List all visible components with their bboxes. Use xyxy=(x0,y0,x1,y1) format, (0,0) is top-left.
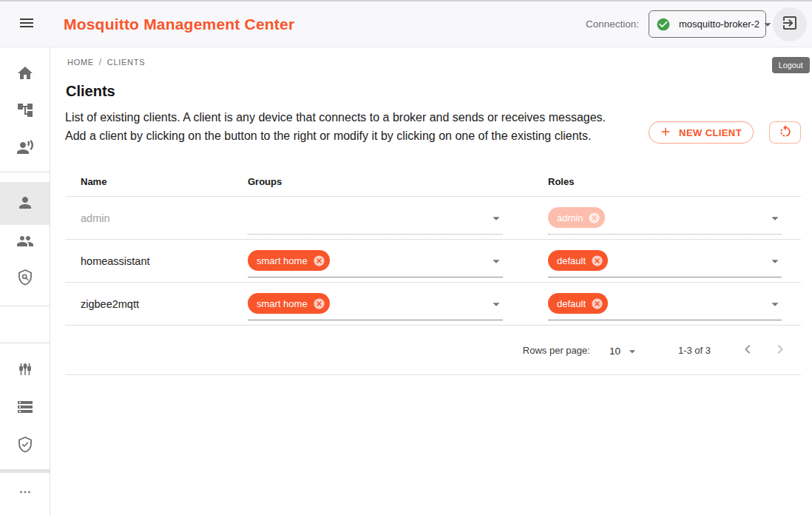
client-name: homeassistant xyxy=(65,255,248,267)
table-header: Name Groups Roles xyxy=(65,166,801,197)
chevron-down-icon xyxy=(767,210,783,226)
table-row[interactable]: admin admin xyxy=(65,197,801,240)
groups-select[interactable]: smart home xyxy=(248,245,503,277)
account-tree-icon xyxy=(16,101,34,121)
roles-select[interactable]: default xyxy=(548,245,782,277)
chevron-down-icon[interactable] xyxy=(767,253,783,269)
group-chip: smart home xyxy=(248,293,330,314)
groups-select xyxy=(248,202,503,235)
chip-delete-icon xyxy=(587,211,601,225)
connection-value: mosquitto-broker-2 xyxy=(679,18,759,30)
roles-select: admin xyxy=(548,202,782,235)
sidebar-divider xyxy=(0,306,50,306)
storage-list-icon xyxy=(16,398,34,418)
logout-tooltip: Logout xyxy=(772,57,810,73)
page-title: Clients xyxy=(65,83,812,100)
rows-per-page-value: 10 xyxy=(609,346,620,357)
chevron-down-icon xyxy=(488,210,504,226)
refresh-icon xyxy=(778,124,793,141)
policy-shield-icon xyxy=(16,269,34,289)
app-title: Mosquitto Management Center xyxy=(64,16,294,33)
app-bar-right: Connection: mosquitto-broker-2 xyxy=(586,7,807,41)
roles-select[interactable]: default xyxy=(548,288,782,320)
column-header-name: Name xyxy=(65,176,248,187)
chip-delete-icon[interactable] xyxy=(312,297,326,311)
chip-delete-icon[interactable] xyxy=(312,254,326,268)
sidebar-item-security[interactable] xyxy=(0,427,50,464)
chevron-right-icon xyxy=(771,340,789,360)
column-header-groups: Groups xyxy=(248,176,548,187)
next-page-button[interactable] xyxy=(770,340,791,360)
pagination-range: 1-3 of 3 xyxy=(678,345,711,356)
chevron-down-icon[interactable] xyxy=(767,296,783,312)
previous-page-button[interactable] xyxy=(737,340,758,360)
refresh-button[interactable] xyxy=(769,121,801,144)
column-header-roles: Roles xyxy=(548,176,801,187)
client-name: zigbee2mqtt xyxy=(65,298,248,310)
chip-delete-icon[interactable] xyxy=(590,254,604,268)
people-icon xyxy=(16,232,34,252)
tune-sliders-icon xyxy=(16,360,34,380)
breadcrumb-separator: / xyxy=(99,57,102,67)
chevron-down-icon xyxy=(625,344,640,359)
group-chip-label: smart home xyxy=(257,298,308,309)
sidebar-item-topic-tree[interactable] xyxy=(0,92,50,129)
breadcrumb: HOME / CLIENTS xyxy=(65,57,812,67)
rows-per-page-label: Rows per page: xyxy=(523,345,590,356)
shield-check-icon xyxy=(16,436,34,456)
chevron-left-icon xyxy=(739,340,757,360)
sidebar-divider xyxy=(0,469,50,473)
role-chip: default xyxy=(548,293,608,314)
breadcrumb-home[interactable]: HOME xyxy=(67,58,94,67)
role-chip-label: admin xyxy=(557,212,583,223)
chevron-down-icon[interactable] xyxy=(488,253,504,269)
sidebar-item-clients[interactable] xyxy=(0,185,50,222)
logout-button[interactable] xyxy=(773,7,807,41)
role-chip-label: default xyxy=(557,298,586,309)
chevron-down-icon[interactable] xyxy=(488,296,504,312)
main-content: HOME / CLIENTS Clients List of existing … xyxy=(50,47,812,515)
table-row[interactable]: zigbee2mqtt smart home xyxy=(65,283,801,326)
sidebar-divider xyxy=(0,172,50,172)
clients-table: Name Groups Roles admin xyxy=(65,166,801,375)
groups-select[interactable]: smart home xyxy=(248,288,503,320)
role-chip: default xyxy=(548,250,608,271)
sidebar xyxy=(0,47,50,515)
role-chip-label: default xyxy=(557,255,586,266)
plus-icon xyxy=(659,125,672,141)
check-circle-icon xyxy=(656,17,671,32)
connection-select[interactable]: mosquitto-broker-2 xyxy=(649,10,766,38)
page-description: List of existing clients. A client is an… xyxy=(65,108,616,145)
sidebar-item-more[interactable] xyxy=(0,474,50,511)
group-chip-label: smart home xyxy=(257,255,308,266)
chip-delete-icon[interactable] xyxy=(590,297,604,311)
sidebar-item-streams[interactable] xyxy=(0,389,50,426)
new-client-button[interactable]: NEW CLIENT xyxy=(649,121,754,144)
person-icon xyxy=(16,194,34,214)
record-voice-over-icon xyxy=(16,138,34,158)
body-row: HOME / CLIENTS Clients List of existing … xyxy=(0,47,812,515)
group-chip: smart home xyxy=(248,250,330,271)
breadcrumb-clients: CLIENTS xyxy=(107,58,145,67)
hamburger-menu-icon xyxy=(18,14,35,34)
table-row[interactable]: homeassistant smart home xyxy=(65,240,801,283)
sidebar-item-settings[interactable] xyxy=(0,351,50,388)
page-actions: NEW CLIENT xyxy=(649,121,801,144)
connection-label: Connection: xyxy=(586,18,639,30)
sidebar-item-groups[interactable] xyxy=(0,223,50,260)
sidebar-item-home[interactable] xyxy=(0,55,50,92)
new-client-button-label: NEW CLIENT xyxy=(679,127,742,138)
role-chip: admin xyxy=(548,207,605,228)
rows-per-page-select[interactable]: 10 xyxy=(609,344,640,357)
sidebar-divider xyxy=(0,343,50,343)
more-horiz-icon xyxy=(17,484,33,502)
home-icon xyxy=(16,64,34,84)
exit-to-app-icon xyxy=(781,14,799,34)
hamburger-menu-button[interactable] xyxy=(12,10,41,39)
table-pagination: Rows per page: 10 1-3 of 3 xyxy=(65,326,801,375)
app-bar: Mosquitto Management Center Connection: … xyxy=(0,0,812,47)
app-root: Mosquitto Management Center Connection: … xyxy=(0,0,812,515)
client-name: admin xyxy=(65,212,248,224)
sidebar-item-client-connections[interactable] xyxy=(0,129,50,166)
sidebar-item-roles[interactable] xyxy=(0,260,50,297)
